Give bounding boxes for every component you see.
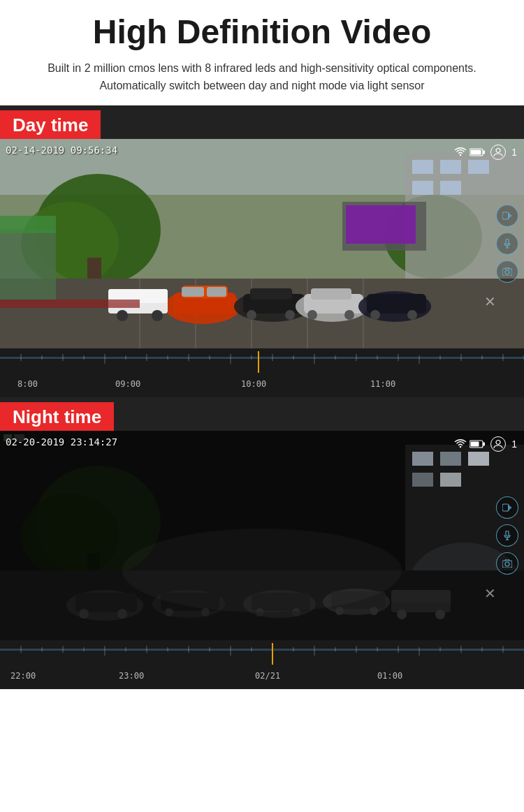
svg-rect-93 — [440, 452, 461, 466]
day-label-container: Day time — [0, 105, 524, 139]
svg-text:23:00: 23:00 — [119, 671, 144, 681]
svg-point-37 — [344, 310, 354, 320]
svg-point-116 — [335, 607, 344, 615]
svg-point-121 — [435, 610, 445, 619]
svg-text:01:00: 01:00 — [377, 671, 402, 681]
svg-rect-124 — [14, 434, 24, 441]
svg-rect-59 — [0, 357, 524, 359]
svg-point-31 — [247, 310, 256, 320]
night-timeline: 22:00 23:00 02/21 01:00 — [0, 640, 524, 689]
svg-rect-42 — [0, 230, 56, 300]
svg-rect-7 — [412, 160, 433, 174]
svg-rect-9 — [468, 160, 489, 174]
day-scene-svg — [0, 139, 524, 348]
svg-point-108 — [165, 608, 173, 617]
day-timeline: 8:00 09:00 10:00 11:00 — [0, 348, 524, 397]
svg-rect-94 — [468, 452, 489, 466]
svg-rect-136 — [0, 640, 524, 689]
night-time-label: Night time — [0, 402, 114, 432]
header-section: High Definition Video Built in 2 million… — [0, 0, 524, 105]
svg-point-26 — [117, 310, 128, 321]
svg-rect-96 — [440, 473, 461, 487]
page-title: High Definition Video — [21, 14, 503, 51]
svg-rect-44 — [0, 300, 140, 308]
svg-rect-23 — [207, 287, 226, 297]
svg-rect-58 — [0, 348, 524, 397]
svg-rect-137 — [0, 649, 524, 651]
svg-rect-46 — [346, 205, 416, 244]
svg-rect-43 — [0, 216, 56, 233]
day-timeline-svg: 8:00 09:00 10:00 11:00 — [0, 348, 524, 397]
svg-rect-123 — [3, 434, 12, 441]
svg-rect-8 — [440, 160, 461, 174]
svg-point-41 — [407, 310, 417, 320]
svg-point-98 — [21, 494, 119, 577]
svg-text:22:00: 22:00 — [10, 671, 36, 681]
night-time-section: Night time — [0, 397, 524, 689]
svg-rect-95 — [412, 473, 433, 487]
svg-point-40 — [370, 310, 380, 320]
svg-rect-92 — [412, 452, 433, 466]
svg-point-32 — [285, 310, 295, 320]
night-scene-svg — [0, 431, 524, 640]
svg-point-104 — [79, 609, 89, 619]
svg-text:10:00: 10:00 — [241, 379, 266, 389]
day-time-section: Day time — [0, 105, 524, 397]
svg-point-105 — [117, 609, 127, 619]
night-timeline-svg: 22:00 23:00 02/21 01:00 — [0, 640, 524, 689]
svg-text:11:00: 11:00 — [370, 379, 395, 389]
night-label-container: Night time — [0, 397, 524, 431]
svg-text:8:00: 8:00 — [17, 379, 38, 389]
day-time-label: Day time — [0, 110, 101, 140]
svg-rect-10 — [412, 181, 433, 195]
svg-point-109 — [201, 608, 210, 617]
svg-rect-11 — [440, 181, 461, 195]
day-camera-view: 02-14-2019 09:56:34 — [0, 139, 524, 348]
svg-text:09:00: 09:00 — [115, 379, 140, 389]
svg-rect-119 — [391, 590, 451, 603]
svg-point-117 — [370, 607, 378, 615]
svg-rect-30 — [250, 288, 292, 300]
header-subtitle: Built in 2 million cmos lens with 8 infr… — [24, 59, 500, 95]
svg-point-27 — [152, 310, 163, 321]
svg-point-36 — [307, 310, 317, 320]
svg-point-122 — [122, 529, 402, 612]
night-camera-view: 02-20-2019 23:14:27 — [0, 431, 524, 640]
svg-rect-35 — [311, 288, 351, 300]
svg-rect-22 — [182, 287, 204, 297]
svg-point-120 — [397, 610, 407, 619]
svg-text:02/21: 02/21 — [255, 671, 280, 681]
